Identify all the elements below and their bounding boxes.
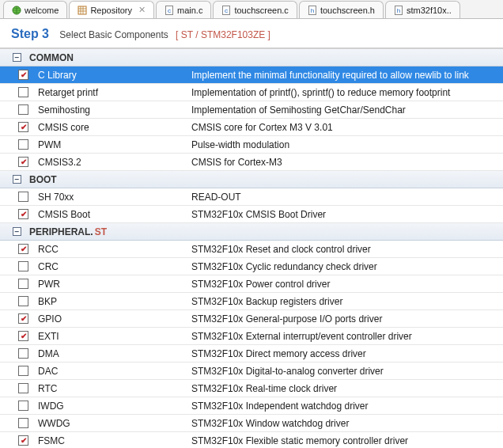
component-row[interactable]: SH 70xxREAD-OUT	[0, 188, 503, 206]
checkbox-cell	[0, 383, 36, 393]
editor-tabs: welcomeRepository✕cmain.cctouchscreen.ch…	[0, 0, 503, 19]
tab-label: welcome	[25, 6, 59, 15]
checkbox-cell	[0, 279, 36, 289]
svg-text:h: h	[311, 7, 314, 14]
component-description: Implementation of printf(), sprintf() to…	[188, 87, 503, 98]
component-checkbox[interactable]	[18, 296, 28, 306]
step-path: [ ST / STM32F103ZE ]	[176, 29, 270, 40]
hfile-icon: h	[394, 6, 403, 15]
component-checkbox[interactable]	[18, 435, 28, 446]
component-name: PWM	[36, 139, 188, 150]
component-row[interactable]: C LibraryImplement the minimal functiona…	[0, 66, 503, 84]
component-checkbox[interactable]	[18, 209, 28, 219]
component-row[interactable]: CMSIS3.2CMSIS for Cortex-M3	[0, 154, 503, 171]
step-subtitle: Select Basic Components	[59, 29, 168, 40]
checkbox-cell	[0, 104, 36, 115]
component-row[interactable]: CMSIS BootSTM32F10x CMSIS Boot Driver	[0, 206, 503, 223]
component-description: STM32F10x External interrupt/event contr…	[188, 331, 503, 342]
component-checkbox[interactable]	[18, 348, 28, 359]
component-row[interactable]: GPIOSTM32F10x General-purpose I/O ports …	[0, 310, 503, 328]
component-name: DAC	[36, 366, 188, 377]
component-description: STM32F10x Reset and clock control driver	[188, 244, 503, 255]
cfile-icon: c	[221, 6, 231, 15]
component-description: STM32F10x Window watchdog driver	[188, 418, 503, 429]
component-row[interactable]: IWDGSTM32F10x Independent watchdog drive…	[0, 397, 503, 415]
component-checkbox[interactable]	[18, 104, 28, 115]
component-checkbox[interactable]	[18, 87, 28, 97]
group-header-boot[interactable]: −BOOT	[0, 171, 503, 188]
group-header-common[interactable]: −COMMON	[0, 49, 503, 66]
component-name: EXTI	[36, 331, 188, 342]
component-description: STM32F10x Direct memory access driver	[188, 348, 503, 359]
group-title: PERIPHERAL.	[29, 226, 93, 237]
tab-touchscreen-c[interactable]: ctouchscreen.c	[213, 1, 297, 18]
component-name: PWR	[36, 279, 188, 290]
tab-label: touchscreen.h	[320, 6, 375, 15]
step-bar: Step 3 Select Basic Components [ ST / ST…	[0, 19, 503, 48]
svg-rect-1	[78, 6, 86, 14]
component-row[interactable]: CRCSTM32F10x Cyclic redundancy check dri…	[0, 258, 503, 275]
checkbox-cell	[0, 401, 36, 411]
tab-welcome[interactable]: welcome	[3, 1, 67, 18]
component-row[interactable]: WWDGSTM32F10x Window watchdog driver	[0, 415, 503, 432]
svg-text:c: c	[168, 7, 171, 14]
tab-label: touchscreen.c	[234, 6, 288, 15]
collapse-icon[interactable]: −	[13, 53, 21, 62]
component-checkbox[interactable]	[18, 139, 28, 150]
component-description: STM32F10x Backup registers driver	[188, 296, 503, 307]
component-checkbox[interactable]	[18, 366, 28, 376]
collapse-icon[interactable]: −	[13, 175, 21, 184]
component-tree: −COMMONC LibraryImplement the minimal fu…	[0, 48, 503, 448]
component-name: FSMC	[36, 435, 188, 446]
component-name: CRC	[36, 261, 188, 272]
component-checkbox[interactable]	[18, 401, 28, 411]
tab-touchscreen-h[interactable]: htouchscreen.h	[299, 1, 384, 18]
component-checkbox[interactable]	[18, 313, 28, 324]
component-row[interactable]: RCCSTM32F10x Reset and clock control dri…	[0, 241, 503, 258]
component-name: C Library	[36, 70, 188, 81]
component-name: IWDG	[36, 401, 188, 412]
close-icon[interactable]: ✕	[138, 5, 146, 15]
component-checkbox[interactable]	[18, 418, 28, 428]
component-checkbox[interactable]	[18, 279, 28, 289]
component-checkbox[interactable]	[18, 331, 28, 341]
tab-label: main.c	[177, 6, 202, 15]
component-checkbox[interactable]	[18, 261, 28, 271]
tab-main-c[interactable]: cmain.c	[156, 1, 211, 18]
component-row[interactable]: DMASTM32F10x Direct memory access driver	[0, 345, 503, 363]
component-name: BKP	[36, 296, 188, 307]
component-checkbox[interactable]	[18, 70, 28, 80]
component-row[interactable]: CMSIS coreCMSIS core for Cortex M3 V 3.0…	[0, 119, 503, 136]
component-row[interactable]: BKPSTM32F10x Backup registers driver	[0, 293, 503, 310]
component-checkbox[interactable]	[18, 244, 28, 254]
collapse-icon[interactable]: −	[13, 227, 21, 236]
checkbox-cell	[0, 348, 36, 359]
checkbox-cell	[0, 366, 36, 376]
checkbox-cell	[0, 244, 36, 254]
component-row[interactable]: FSMCSTM32F10x Flexible static memory con…	[0, 432, 503, 448]
component-name: CMSIS Boot	[36, 209, 188, 220]
svg-text:c: c	[225, 7, 228, 14]
component-row[interactable]: Retarget printfImplementation of printf(…	[0, 84, 503, 101]
component-row[interactable]: PWRSTM32F10x Power control driver	[0, 275, 503, 293]
component-description: READ-OUT	[188, 192, 503, 203]
component-row[interactable]: RTCSTM32F10x Real-time clock driver	[0, 380, 503, 397]
component-checkbox[interactable]	[18, 383, 28, 393]
group-header-peripheral[interactable]: −PERIPHERAL.ST	[0, 223, 503, 241]
component-checkbox[interactable]	[18, 122, 28, 132]
component-row[interactable]: DACSTM32F10x Digital-to-analog converter…	[0, 363, 503, 380]
component-row[interactable]: EXTISTM32F10x External interrupt/event c…	[0, 328, 503, 345]
checkbox-cell	[0, 261, 36, 271]
checkbox-cell	[0, 418, 36, 428]
component-checkbox[interactable]	[18, 157, 28, 167]
component-name: CMSIS3.2	[36, 157, 188, 168]
component-row[interactable]: PWMPulse-width modulation	[0, 136, 503, 154]
tab-repository[interactable]: Repository✕	[69, 1, 154, 18]
component-row[interactable]: SemihostingImplementation of Semihosting…	[0, 101, 503, 119]
component-name: SH 70xx	[36, 192, 188, 203]
tab-label: stm32f10x..	[407, 6, 452, 15]
component-name: Retarget printf	[36, 87, 188, 98]
component-description: STM32F10x Independent watchdog driver	[188, 401, 503, 412]
component-checkbox[interactable]	[18, 192, 28, 202]
tab-stm32f10x-[interactable]: hstm32f10x..	[385, 1, 460, 18]
